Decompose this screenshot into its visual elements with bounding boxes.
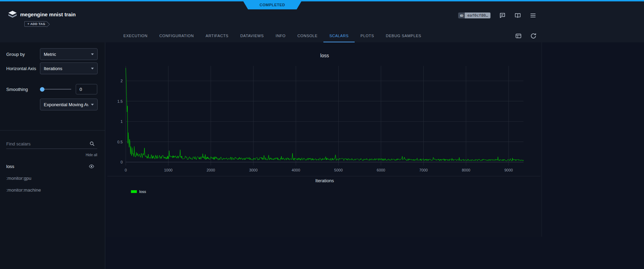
tab-dataviews[interactable]: DATAVIEWS (234, 30, 270, 42)
status-ribbon-label: COMPLETED (259, 3, 285, 7)
svg-text:1.5: 1.5 (117, 99, 123, 103)
metrics-table-icon[interactable] (515, 33, 522, 39)
id-chip: ID (458, 12, 465, 18)
svg-text:0: 0 (125, 168, 127, 172)
compare-book-icon[interactable] (514, 12, 521, 19)
find-scalars (6, 139, 97, 149)
add-tag-label: + ADD TAG (27, 22, 45, 26)
chevron-down-icon (91, 68, 94, 69)
group-by-value: Metric (44, 52, 56, 57)
hide-all-button[interactable]: Hide all (0, 153, 105, 158)
chart-divider (107, 176, 540, 176)
id-value: eaf0cf80… (465, 12, 490, 18)
legend-label: loss (139, 190, 146, 194)
eye-icon[interactable] (89, 163, 94, 169)
svg-text:9000: 9000 (504, 168, 513, 172)
svg-text:4000: 4000 (292, 168, 300, 172)
tab-info[interactable]: INFO (270, 30, 292, 42)
scalar-item-loss[interactable]: loss (0, 161, 105, 171)
header: megengine mnist train + ADD TAG ID eaf0c… (0, 1, 644, 30)
svg-text:2000: 2000 (207, 168, 215, 172)
group-by-select[interactable]: Metric (40, 48, 98, 60)
tab-bar: EXECUTION CONFIGURATION ARTIFACTS DATAVI… (0, 30, 644, 42)
chevron-down-icon (91, 104, 94, 106)
scalar-chart-card: loss 01000200030004000500060007000800090… (105, 42, 542, 237)
horizontal-axis-select[interactable]: Iterations (40, 62, 98, 74)
horizontal-axis-value: Iterations (44, 66, 62, 71)
svg-text:6000: 6000 (377, 168, 385, 172)
svg-text:0: 0 (121, 160, 123, 164)
tab-plots[interactable]: PLOTS (355, 30, 380, 42)
x-axis-title: Iterations (105, 178, 544, 183)
smoothing-input[interactable] (76, 84, 97, 94)
scalar-item-label: loss (6, 164, 14, 169)
search-icon[interactable] (89, 141, 95, 148)
scalar-item-label: :monitor:machine (6, 187, 41, 193)
horizontal-axis-label: Horizontal Axis (6, 66, 40, 71)
group-by-label: Group by (6, 52, 40, 57)
legend-item-loss[interactable]: loss (131, 190, 146, 194)
tab-debug-samples[interactable]: DEBUG SAMPLES (380, 30, 427, 42)
scalar-item-monitor-gpu[interactable]: :monitor:gpu (0, 173, 105, 183)
status-ribbon: COMPLETED (242, 0, 302, 9)
refresh-icon[interactable] (530, 33, 537, 39)
experiment-title: megengine mnist train (20, 11, 76, 17)
header-actions: ID eaf0cf80… (458, 12, 536, 19)
svg-text:1: 1 (121, 119, 123, 124)
svg-text:8000: 8000 (462, 168, 470, 172)
experiment-id-badge[interactable]: ID eaf0cf80… (458, 12, 490, 18)
tab-execution[interactable]: EXECUTION (117, 30, 154, 42)
chart-legend: loss (131, 190, 146, 194)
find-scalars-input[interactable] (6, 139, 97, 149)
loss-line-chart[interactable]: 010002000300040005000600070008000900000.… (105, 42, 542, 176)
smoothing-label: Smoothing (6, 87, 40, 92)
legend-swatch (131, 190, 137, 193)
smoothing-slider-track[interactable] (40, 89, 71, 90)
svg-text:1000: 1000 (164, 168, 172, 172)
tab-artifacts[interactable]: ARTIFACTS (200, 30, 234, 42)
tabs: EXECUTION CONFIGURATION ARTIFACTS DATAVI… (0, 30, 545, 42)
smoothing-type-select[interactable]: Exponential Moving Av… (40, 99, 98, 110)
svg-text:2: 2 (121, 79, 123, 83)
scalars-sidebar: Group by Metric Horizontal Axis Iteratio… (0, 42, 105, 269)
scalar-item-label: :monitor:gpu (6, 176, 31, 181)
svg-text:3000: 3000 (249, 168, 257, 172)
tab-scalars[interactable]: SCALARS (323, 30, 355, 42)
content: Group by Metric Horizontal Axis Iteratio… (0, 42, 644, 269)
comment-icon[interactable] (499, 12, 506, 19)
sidebar-divider (0, 130, 105, 131)
app-screen: COMPLETED megengine mnist train + ADD TA… (0, 0, 644, 269)
svg-text:0.5: 0.5 (117, 140, 123, 144)
tab-console[interactable]: CONSOLE (291, 30, 323, 42)
app-logo-icon (8, 10, 17, 20)
scalars-main: loss 01000200030004000500060007000800090… (105, 42, 644, 269)
smoothing-slider[interactable] (40, 87, 71, 92)
smoothing-slider-thumb[interactable] (40, 87, 44, 92)
add-tag-button[interactable]: + ADD TAG (24, 21, 47, 27)
svg-text:5000: 5000 (334, 168, 342, 172)
tabbar-actions (515, 33, 537, 39)
svg-text:7000: 7000 (419, 168, 428, 172)
tab-configuration[interactable]: CONFIGURATION (154, 30, 200, 42)
chevron-down-icon (91, 53, 94, 55)
menu-icon[interactable] (530, 12, 536, 19)
smoothing-type-value: Exponential Moving Av… (44, 102, 88, 107)
scalar-item-monitor-machine[interactable]: :monitor:machine (0, 185, 105, 195)
